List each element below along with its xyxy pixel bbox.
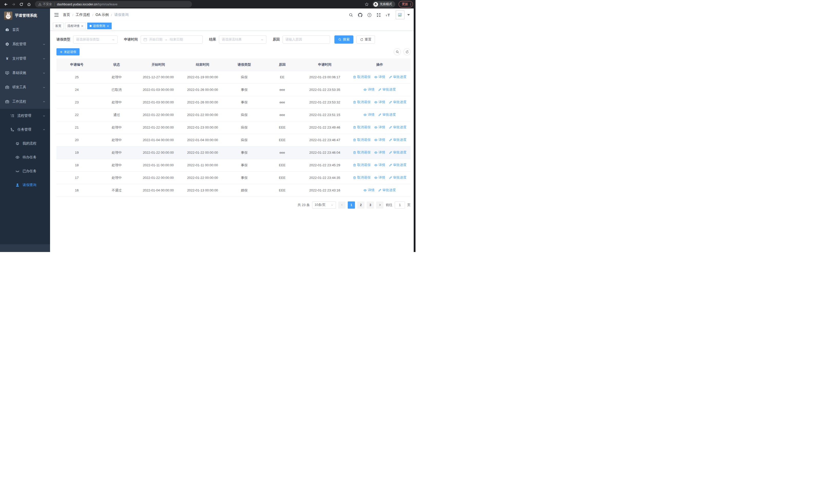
table-toolbar: 发起请假 (56, 48, 411, 55)
cancel-leave-link[interactable]: 取消请假 (353, 163, 371, 167)
page-button-3[interactable]: 3 (367, 202, 374, 209)
fullscreen-icon[interactable] (376, 13, 381, 17)
detail-link[interactable]: 详情 (374, 175, 385, 180)
table-row: 25处理中2021-12-27 00:00:002022-01-19 00:00… (56, 71, 411, 83)
browser-back-button[interactable] (3, 1, 9, 8)
create-leave-button[interactable]: 发起请假 (56, 48, 80, 55)
detail-link[interactable]: 详情 (374, 138, 385, 142)
browser-menu-dots-icon[interactable] (410, 3, 411, 6)
detail-link[interactable]: 详情 (374, 163, 385, 167)
security-warning[interactable]: 不安全 (38, 2, 52, 6)
screen: 不安全 dashboard.yudao.iocoder.cn/bpm/oa/le… (0, 0, 416, 252)
approval-progress-link[interactable]: 审批进度 (378, 87, 396, 92)
eye-icon (374, 176, 377, 179)
prev-page-button[interactable] (338, 202, 345, 209)
collapse-sidebar-icon[interactable] (54, 12, 59, 18)
search-icon[interactable] (349, 13, 353, 17)
result-select[interactable]: 请选择流结果 (219, 35, 266, 43)
breadcrumb-home[interactable]: 首页 (63, 12, 70, 17)
detail-link[interactable]: 详情 (374, 100, 385, 105)
breadcrumb-workflow[interactable]: 工作流程 (76, 12, 90, 17)
detail-link[interactable]: 详情 (364, 188, 374, 192)
detail-link[interactable]: 详情 (374, 150, 385, 155)
next-page-button[interactable] (376, 202, 383, 209)
bookmark-star-icon[interactable] (365, 2, 369, 6)
goto-page-input[interactable] (395, 202, 405, 209)
reason-input[interactable]: 请输入原因 (283, 35, 330, 43)
close-tag-icon[interactable] (81, 25, 84, 27)
tag-home[interactable]: 首页 (53, 23, 64, 29)
tag-process-detail[interactable]: 流程详情 (65, 23, 86, 29)
help-icon[interactable]: ? (367, 13, 372, 17)
sidebar: 芋道管理系统 首页 系统管理 ¥ 支付管理 (0, 8, 50, 252)
logo-row[interactable]: 芋道管理系统 (0, 8, 50, 23)
leave-type-select[interactable]: 请选择请假类型 (73, 35, 118, 43)
sidebar-item-payment[interactable]: ¥ 支付管理 (0, 51, 50, 66)
sidebar-item-system[interactable]: 系统管理 (0, 37, 50, 51)
sidebar-item-process-management[interactable]: 流程管理 (0, 109, 50, 123)
cancel-leave-link[interactable]: 取消请假 (353, 75, 371, 79)
detail-link[interactable]: 详情 (364, 112, 374, 117)
cell-reason: EEE (264, 184, 301, 197)
detail-link[interactable]: 详情 (374, 125, 385, 129)
sidebar-item-workflow[interactable]: 工作流程 (0, 94, 50, 109)
address-bar[interactable]: 不安全 dashboard.yudao.iocoder.cn/bpm/oa/le… (35, 1, 192, 7)
sidebar-item-done-tasks[interactable]: 已办任务 (0, 164, 50, 178)
approval-progress-link[interactable]: 审批进度 (378, 188, 396, 192)
github-icon[interactable] (358, 13, 362, 17)
show-search-button[interactable] (394, 48, 401, 55)
approval-progress-link[interactable]: 审批进度 (389, 163, 406, 167)
refresh-table-button[interactable] (403, 48, 411, 55)
detail-link[interactable]: 详情 (374, 75, 385, 79)
approval-progress-link[interactable]: 审批进度 (389, 125, 406, 129)
sidebar-item-infrastructure[interactable]: 基础设施 (0, 66, 50, 80)
approval-progress-link[interactable]: 审批进度 (378, 112, 396, 117)
chevron-up-icon (42, 100, 46, 103)
breadcrumb-oa-example[interactable]: OA 示例 (95, 12, 109, 17)
sidebar-item-label: 基础设施 (12, 70, 26, 75)
cell-actions: 取消请假详情审批进度 (348, 121, 411, 134)
approval-progress-link[interactable]: 审批进度 (389, 75, 406, 79)
approval-progress-link[interactable]: 审批进度 (389, 100, 406, 105)
cancel-leave-link[interactable]: 取消请假 (353, 150, 371, 155)
sidebar-fill (0, 192, 50, 244)
sidebar-item-home[interactable]: 首页 (0, 23, 50, 37)
sidebar-item-todo-tasks[interactable]: 待办任务 (0, 150, 50, 164)
browser-home-button[interactable] (26, 1, 32, 8)
cancel-leave-link[interactable]: 取消请假 (353, 175, 371, 180)
approval-progress-link[interactable]: 审批进度 (389, 175, 406, 180)
reset-button[interactable]: 重置 (356, 35, 375, 43)
sidebar-item-leave-query[interactable]: 请假查询 (0, 178, 50, 192)
avatar[interactable] (396, 10, 404, 19)
sidebar-item-dev-tools[interactable]: 研发工具 (0, 80, 50, 94)
cell-actions: 取消请假详情审批进度 (348, 71, 411, 83)
sidebar-item-task-management[interactable]: 任务管理 (0, 123, 50, 137)
sidebar-item-my-process[interactable]: 我的流程 (0, 137, 50, 150)
cell-apply-time: 2022-01-22 23:45:29 (301, 159, 348, 171)
cell-end-time: 2022-01-26 00:00:00 (180, 83, 225, 96)
detail-link[interactable]: 详情 (364, 87, 374, 92)
user-menu[interactable] (396, 10, 410, 19)
cell-actions: 取消请假详情审批进度 (348, 159, 411, 171)
cell-start-time: 2022-01-03 00:00:00 (136, 96, 180, 109)
page-size-select[interactable]: 10条/页 (312, 202, 336, 209)
font-size-icon[interactable]: TT (386, 13, 391, 17)
close-tag-icon[interactable] (107, 25, 109, 27)
cell-apply-id: 18 (56, 159, 97, 171)
apply-time-range-picker[interactable]: 开始日期 - 结束日期 (141, 35, 203, 43)
approval-progress-link[interactable]: 审批进度 (389, 150, 406, 155)
browser-forward-button[interactable] (10, 1, 17, 8)
browser-refresh-button[interactable] (18, 1, 25, 8)
approval-progress-link[interactable]: 审批进度 (389, 138, 406, 142)
caret-down-icon (407, 14, 410, 16)
cancel-leave-link[interactable]: 取消请假 (353, 125, 371, 129)
active-tag-dot (90, 25, 92, 27)
search-button[interactable]: 搜索 (335, 35, 353, 43)
tag-leave-query[interactable]: 请假查询 (87, 23, 112, 29)
cell-leave-type: 病假 (225, 121, 264, 134)
cancel-leave-link[interactable]: 取消请假 (353, 100, 371, 105)
page-button-1[interactable]: 1 (348, 202, 355, 209)
page-button-2[interactable]: 2 (357, 202, 365, 209)
browser-update-button[interactable]: 更新 (399, 1, 413, 7)
cancel-leave-link[interactable]: 取消请假 (353, 138, 371, 142)
